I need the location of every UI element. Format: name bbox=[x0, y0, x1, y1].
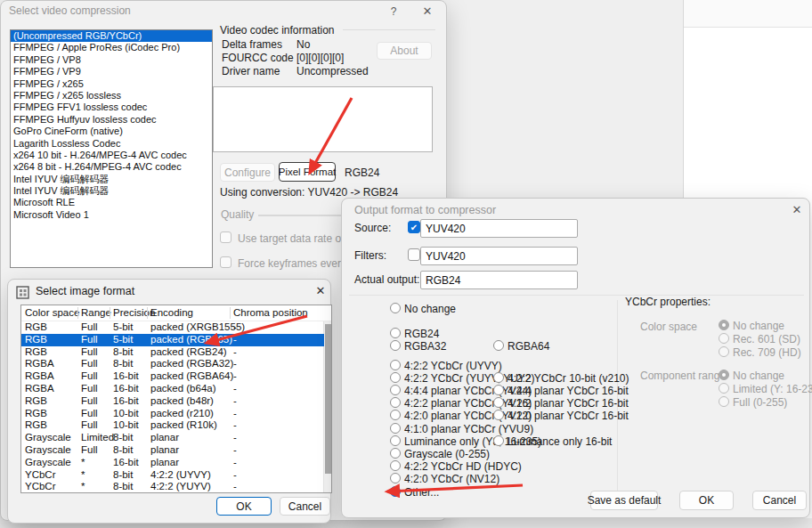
codec-item[interactable]: FFMPEG / x265 bbox=[11, 78, 212, 90]
codec-item[interactable]: FFMPEG / x265 lossless bbox=[11, 90, 212, 102]
format-option-radio[interactable] bbox=[390, 410, 401, 420]
cancel-button[interactable]: Cancel bbox=[280, 497, 330, 516]
table-cell: 10-bit bbox=[113, 408, 139, 420]
ok-button[interactable]: OK bbox=[679, 491, 734, 510]
codec-item[interactable]: FFMPEG / VP8 bbox=[11, 54, 212, 66]
codec-item[interactable]: Intel IYUV 编码解码器 bbox=[11, 174, 212, 185]
actual-output-input[interactable] bbox=[420, 271, 578, 289]
codec-item[interactable]: FFMPEG FFV1 lossless codec bbox=[11, 102, 212, 113]
format-option-radio[interactable] bbox=[390, 303, 401, 313]
codec-item[interactable]: x264 10 bit - H.264/MPEG-4 AVC codec bbox=[11, 150, 212, 161]
format-option-radio[interactable] bbox=[390, 397, 401, 408]
format-option-label: Luminance only 16-bit bbox=[508, 435, 612, 448]
table-cell: Full bbox=[81, 444, 98, 457]
codec-item[interactable]: FFMPEG / VP9 bbox=[11, 66, 212, 77]
close-button[interactable]: ✕ bbox=[787, 202, 807, 217]
header-separator bbox=[110, 307, 110, 319]
filters-input[interactable] bbox=[420, 247, 578, 265]
ycbcr-option-label: Rec. 709 (HD) bbox=[733, 346, 801, 359]
table-row[interactable]: RGBAFull16-bitpacked (b64a)- bbox=[21, 383, 324, 395]
codec-description-box bbox=[213, 86, 433, 152]
codec-item[interactable]: (Uncompressed RGB/YCbCr) bbox=[11, 30, 212, 42]
table-cell: Grayscale bbox=[25, 432, 71, 444]
format-option-radio[interactable] bbox=[390, 340, 401, 351]
format-option-radio[interactable] bbox=[390, 486, 401, 497]
format-option-radio[interactable] bbox=[390, 328, 401, 338]
table-row[interactable]: RGBFull10-bitpacked (R10k)- bbox=[21, 419, 324, 432]
cancel-button[interactable]: Cancel bbox=[752, 491, 807, 510]
header-separator bbox=[230, 307, 231, 319]
format-option-radio[interactable] bbox=[493, 372, 504, 383]
codec-item[interactable]: FFMPEG Huffyuv lossless codec bbox=[11, 114, 212, 126]
table-header-cell: Color space bbox=[25, 307, 79, 318]
table-cell: RGB bbox=[25, 419, 47, 432]
table-scrollbar[interactable] bbox=[323, 321, 331, 493]
table-cell: 5-bit bbox=[113, 321, 133, 334]
filters-checkbox[interactable] bbox=[408, 248, 420, 261]
format-option-radio[interactable] bbox=[390, 372, 401, 383]
scrollbar-thumb[interactable] bbox=[325, 324, 331, 474]
format-option-radio[interactable] bbox=[493, 385, 504, 395]
table-cell: RGBA bbox=[25, 370, 54, 383]
source-input[interactable] bbox=[420, 219, 578, 238]
ycbcr-option-label: Limited (Y: 16-235) bbox=[733, 383, 812, 395]
table-cell: * bbox=[81, 469, 85, 482]
table-row[interactable]: GrayscaleFull8-bitplanar- bbox=[21, 444, 324, 457]
ok-button[interactable]: OK bbox=[216, 497, 272, 516]
table-row[interactable]: RGBFull10-bitpacked (r210)- bbox=[21, 408, 324, 420]
info-row-label: FOURCC code bbox=[222, 52, 294, 64]
table-row[interactable]: RGBAFull16-bitpacked (RGBA64)- bbox=[21, 370, 324, 383]
info-row-label: Driver name bbox=[222, 65, 280, 77]
table-row[interactable]: Grayscale*16-bitplanar- bbox=[21, 457, 324, 469]
format-option-radio[interactable] bbox=[390, 423, 401, 434]
table-cell: RGB bbox=[25, 334, 47, 346]
table-cell: - bbox=[233, 358, 237, 370]
pixel-format-button[interactable]: Pixel Format bbox=[279, 162, 336, 182]
table-row[interactable]: RGBFull5-bitpacked (RGB565)- bbox=[21, 334, 324, 346]
save-as-default-button[interactable]: Save as default bbox=[590, 491, 658, 510]
table-cell: 8-bit bbox=[113, 358, 133, 370]
table-cell: Full bbox=[81, 395, 98, 408]
dialog-select-image-format: Select image format ✕ Color spaceRangePr… bbox=[7, 279, 331, 524]
table-row[interactable]: YCbCr*8-bit4:2:2 (UYVY)- bbox=[21, 469, 324, 482]
codec-item[interactable]: Lagarith Lossless Codec bbox=[11, 138, 212, 150]
codec-item[interactable]: Intel IYUV 编码解码器 bbox=[11, 185, 212, 197]
target-data-rate-label: Use target data rate of bbox=[238, 232, 344, 245]
format-option-label: 4:2:2 YCbCr (UYVY) bbox=[404, 360, 502, 372]
codec-item[interactable]: GoPro CineForm (native) bbox=[11, 126, 212, 137]
codec-item[interactable]: Microsoft Video 1 bbox=[11, 209, 212, 221]
format-option-radio[interactable] bbox=[390, 435, 401, 446]
video-codec-info-label: Video codec information bbox=[220, 24, 335, 37]
format-option-radio[interactable] bbox=[390, 360, 401, 370]
format-option-radio[interactable] bbox=[493, 340, 504, 351]
table-header-cell: Precision bbox=[113, 307, 155, 318]
table-row[interactable]: RGBFull8-bitpacked (RGB24)- bbox=[21, 346, 324, 359]
table-header-cell: Chroma position bbox=[233, 307, 308, 318]
format-option-radio[interactable] bbox=[493, 435, 504, 446]
table-cell: Grayscale bbox=[25, 457, 71, 469]
close-button[interactable]: ✕ bbox=[311, 283, 330, 298]
help-button[interactable]: ? bbox=[384, 4, 403, 19]
format-option-radio[interactable] bbox=[390, 460, 401, 471]
ycbcr-properties-label: YCbCr properties: bbox=[625, 296, 710, 308]
table-row[interactable]: YCbCr*8-bit4:2:2 (YUYV)- bbox=[21, 481, 324, 493]
table-cell: Limited bbox=[81, 432, 114, 444]
source-checkbox[interactable] bbox=[408, 221, 420, 233]
target-data-rate-checkbox bbox=[220, 232, 231, 243]
codec-item[interactable]: FFMPEG / Apple ProRes (iCodec Pro) bbox=[11, 42, 212, 53]
format-option-label: Grayscale (0-255) bbox=[404, 448, 490, 460]
format-option-radio[interactable] bbox=[390, 448, 401, 459]
codec-item[interactable]: Microsoft RLE bbox=[11, 197, 212, 208]
info-row-value: No bbox=[296, 38, 310, 51]
format-option-radio[interactable] bbox=[390, 473, 401, 483]
table-row[interactable]: RGBFull16-bitpacked (b48r)- bbox=[21, 395, 324, 408]
format-option-radio[interactable] bbox=[390, 385, 401, 395]
close-button[interactable]: ✕ bbox=[418, 4, 437, 19]
table-cell: planar bbox=[150, 432, 179, 444]
table-cell: RGB bbox=[25, 346, 47, 359]
table-row[interactable]: RGBFull5-bitpacked (XRGB1555)- bbox=[21, 321, 324, 334]
table-row[interactable]: GrayscaleLimited8-bitplanar- bbox=[21, 432, 324, 444]
table-row[interactable]: RGBAFull8-bitpacked (RGBA32)- bbox=[21, 358, 324, 370]
table-cell: 8-bit bbox=[113, 346, 133, 359]
codec-item[interactable]: x264 8 bit - H.264/MPEG-4 AVC codec bbox=[11, 161, 212, 173]
